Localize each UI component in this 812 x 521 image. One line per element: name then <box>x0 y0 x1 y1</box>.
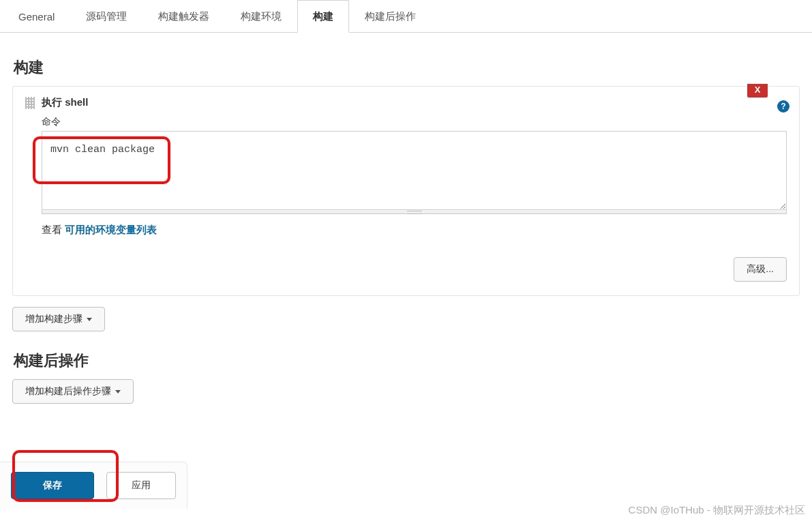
delete-step-button[interactable]: X <box>747 84 768 98</box>
advanced-button[interactable]: 高级... <box>734 257 787 282</box>
advanced-button-label: 高级... <box>747 263 774 276</box>
chevron-down-icon <box>87 318 92 321</box>
section-title-build: 构建 <box>14 57 800 78</box>
command-label: 命令 <box>42 116 787 128</box>
build-step-shell: X ? 执行 shell 命令 查看 可用的环境变量列表 高级... <box>12 86 800 296</box>
add-build-step-label: 增加构建步骤 <box>25 313 82 325</box>
save-button[interactable]: 保存 <box>11 472 94 499</box>
tab-build[interactable]: 构建 <box>297 0 349 33</box>
add-build-step-button[interactable]: 增加构建步骤 <box>12 307 105 331</box>
drag-handle-icon[interactable] <box>25 97 35 109</box>
env-vars-hint: 查看 可用的环境变量列表 <box>42 224 787 237</box>
tab-general[interactable]: General <box>3 0 70 32</box>
step-header: 执行 shell <box>25 96 787 109</box>
footer-bar: 保存 应用 <box>0 462 187 509</box>
add-postbuild-step-label: 增加构建后操作步骤 <box>25 385 111 398</box>
hint-prefix: 查看 <box>42 224 65 235</box>
tab-triggers[interactable]: 构建触发器 <box>142 0 225 32</box>
add-postbuild-step-button[interactable]: 增加构建后操作步骤 <box>12 379 134 404</box>
section-title-postbuild: 构建后操作 <box>14 351 800 371</box>
shell-command-input[interactable] <box>42 131 787 210</box>
apply-button[interactable]: 应用 <box>106 472 176 499</box>
resize-handle-icon[interactable] <box>42 210 787 214</box>
chevron-down-icon <box>115 390 121 393</box>
tab-postbuild[interactable]: 构建后操作 <box>349 0 432 32</box>
tab-scm[interactable]: 源码管理 <box>70 0 142 32</box>
env-vars-link[interactable]: 可用的环境变量列表 <box>65 224 157 235</box>
step-title: 执行 shell <box>42 96 88 109</box>
page-body: 构建 X ? 执行 shell 命令 查看 可用的环境变量列表 高级... <box>0 33 812 431</box>
tab-environment[interactable]: 构建环境 <box>225 0 297 32</box>
config-tabs: General 源码管理 构建触发器 构建环境 构建 构建后操作 <box>0 0 812 33</box>
watermark-text: CSDN @IoTHub - 物联网开源技术社区 <box>629 504 805 517</box>
help-icon[interactable]: ? <box>777 100 790 113</box>
